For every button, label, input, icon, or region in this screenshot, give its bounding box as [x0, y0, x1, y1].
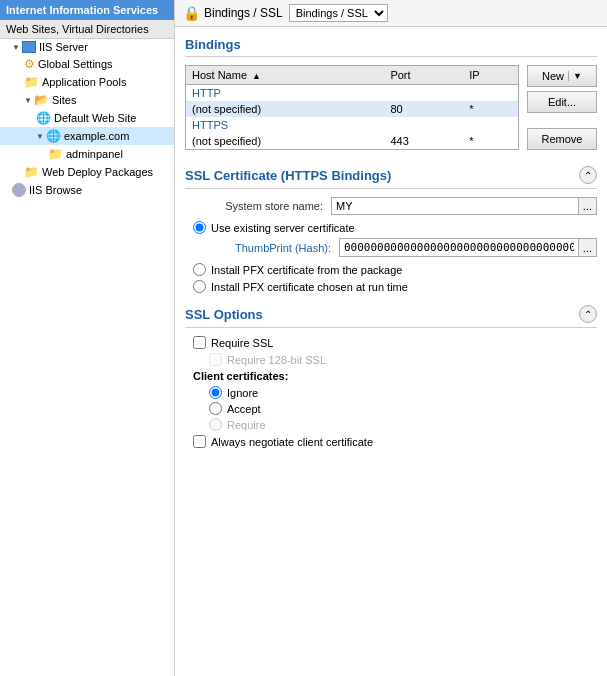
- sidebar-item-application-pools[interactable]: 📁 Application Pools: [0, 73, 174, 91]
- http-group-label: HTTP: [186, 85, 518, 102]
- https-ip: *: [463, 133, 518, 149]
- sidebar-item-label: adminpanel: [66, 148, 123, 160]
- main-panel: 🔒 Bindings / SSL Bindings / SSL Bindings…: [175, 0, 607, 676]
- folder-open-icon: 📂: [34, 93, 49, 107]
- sidebar-item-label: Default Web Site: [54, 112, 136, 124]
- sidebar-item-example-com[interactable]: ▼ 🌐 example.com: [0, 127, 174, 145]
- col-hostname: Host Name ▲: [186, 66, 384, 85]
- radio-install-pfx-package-input[interactable]: [193, 263, 206, 276]
- sidebar-item-web-deploy[interactable]: 📁 Web Deploy Packages: [0, 163, 174, 181]
- radio-ignore-label: Ignore: [227, 387, 258, 399]
- radio-require-label: Require: [227, 419, 266, 431]
- bindings-container: Host Name ▲ Port IP HTTP: [185, 65, 597, 150]
- radio-use-existing-input[interactable]: [193, 221, 206, 234]
- content-area: Bindings Host Name ▲ Port IP: [175, 27, 607, 676]
- thumbprint-row: ThumbPrint (Hash): ...: [193, 238, 597, 257]
- require-ssl-row[interactable]: Require SSL: [185, 336, 597, 349]
- require-128bit-row[interactable]: Require 128-bit SSL: [185, 353, 597, 366]
- expand-arrow: ▼: [12, 43, 20, 52]
- ssl-options-title: SSL Options: [185, 307, 263, 322]
- http-binding-row[interactable]: (not specified) 80 *: [186, 101, 518, 117]
- sidebar-item-label: Application Pools: [42, 76, 126, 88]
- globe-icon: [12, 183, 26, 197]
- sidebar: Internet Information Services Web Sites,…: [0, 0, 175, 676]
- ssl-options-section: SSL Options ⌃ Require SSL Require 128-bi…: [185, 305, 597, 448]
- sidebar-item-default-web-site[interactable]: 🌐 Default Web Site: [0, 109, 174, 127]
- http-host: (not specified): [186, 101, 384, 117]
- new-button-label: New: [542, 70, 564, 82]
- remove-button[interactable]: Remove: [527, 128, 597, 150]
- require-ssl-checkbox[interactable]: [193, 336, 206, 349]
- ssl-options-header[interactable]: SSL Options ⌃: [185, 305, 597, 328]
- dropdown-arrow: ▼: [568, 71, 582, 81]
- radio-install-pfx-runtime-input[interactable]: [193, 280, 206, 293]
- bindings-section-title: Bindings: [185, 37, 597, 57]
- collapse-button[interactable]: ⌃: [579, 166, 597, 184]
- thumbprint-browse-btn[interactable]: ...: [579, 238, 597, 257]
- sidebar-item-label: Web Deploy Packages: [42, 166, 153, 178]
- bindings-section: Bindings Host Name ▲ Port IP: [185, 37, 597, 150]
- system-store-input-group: ...: [331, 197, 597, 215]
- https-group-label: HTTPS: [186, 117, 518, 133]
- sort-arrow: ▲: [252, 71, 261, 81]
- require-128bit-checkbox[interactable]: [209, 353, 222, 366]
- ssl-options-collapse-btn[interactable]: ⌃: [579, 305, 597, 323]
- folder-icon: 📁: [24, 75, 39, 89]
- always-negotiate-label: Always negotiate client certificate: [211, 436, 373, 448]
- sidebar-subtitle: Web Sites, Virtual Directories: [0, 20, 174, 39]
- lock-icon: 🔒: [183, 5, 200, 21]
- system-store-browse-btn[interactable]: ...: [579, 197, 597, 215]
- sidebar-item-sites[interactable]: ▼ 📂 Sites: [0, 91, 174, 109]
- edit-button[interactable]: Edit...: [527, 91, 597, 113]
- https-group-row[interactable]: HTTPS: [186, 117, 518, 133]
- radio-install-pfx-runtime-label: Install PFX certificate chosen at run ti…: [211, 281, 408, 293]
- system-store-row: System store name: ...: [185, 197, 597, 215]
- bindings-buttons: New ▼ Edit... Remove: [527, 65, 597, 150]
- radio-require-input[interactable]: [209, 418, 222, 431]
- ssl-cert-header[interactable]: SSL Certificate (HTTPS Bindings) ⌃: [185, 166, 597, 189]
- radio-use-existing[interactable]: Use existing server certificate: [193, 221, 597, 234]
- ssl-certificate-section: SSL Certificate (HTTPS Bindings) ⌃ Syste…: [185, 166, 597, 293]
- sidebar-item-iis-browse[interactable]: IIS Browse: [0, 181, 174, 199]
- system-store-label: System store name:: [193, 200, 323, 212]
- radio-accept[interactable]: Accept: [185, 402, 597, 415]
- sidebar-item-label: Global Settings: [38, 58, 113, 70]
- require-128bit-label: Require 128-bit SSL: [227, 354, 326, 366]
- ssl-cert-radio-group: Use existing server certificate ThumbPri…: [185, 221, 597, 293]
- system-store-input[interactable]: [331, 197, 579, 215]
- radio-accept-label: Accept: [227, 403, 261, 415]
- radio-install-pfx-runtime[interactable]: Install PFX certificate chosen at run ti…: [193, 280, 597, 293]
- col-port: Port: [384, 66, 463, 85]
- radio-install-pfx-package[interactable]: Install PFX certificate from the package: [193, 263, 597, 276]
- thumbprint-input[interactable]: [339, 238, 579, 257]
- sidebar-item-label: IIS Server: [39, 41, 88, 53]
- sidebar-item-label: example.com: [64, 130, 129, 142]
- radio-ignore-input[interactable]: [209, 386, 222, 399]
- http-port: 80: [384, 101, 463, 117]
- http-ip: *: [463, 101, 518, 117]
- sidebar-item-label: IIS Browse: [29, 184, 82, 196]
- expand-arrow: ▼: [36, 132, 44, 141]
- always-negotiate-row[interactable]: Always negotiate client certificate: [185, 435, 597, 448]
- bindings-table: Host Name ▲ Port IP HTTP: [186, 66, 518, 149]
- sidebar-item-label: Sites: [52, 94, 76, 106]
- breadcrumb-dropdown[interactable]: Bindings / SSL: [289, 4, 388, 22]
- site-icon: 🌐: [46, 129, 61, 143]
- ssl-cert-title: SSL Certificate (HTTPS Bindings): [185, 168, 391, 183]
- thumbprint-label: ThumbPrint (Hash):: [201, 242, 331, 254]
- radio-accept-input[interactable]: [209, 402, 222, 415]
- http-group-row[interactable]: HTTP: [186, 85, 518, 102]
- new-button[interactable]: New ▼: [527, 65, 597, 87]
- radio-ignore[interactable]: Ignore: [185, 386, 597, 399]
- https-binding-row[interactable]: (not specified) 443 *: [186, 133, 518, 149]
- https-host: (not specified): [186, 133, 384, 149]
- gear-icon: ⚙: [24, 57, 35, 71]
- radio-require[interactable]: Require: [185, 418, 597, 431]
- breadcrumb: Bindings / SSL: [204, 6, 283, 20]
- sidebar-item-adminpanel[interactable]: 📁 adminpanel: [0, 145, 174, 163]
- bindings-table-wrapper: Host Name ▲ Port IP HTTP: [185, 65, 519, 150]
- sidebar-item-iis-server[interactable]: ▼ IIS Server: [0, 39, 174, 55]
- always-negotiate-checkbox[interactable]: [193, 435, 206, 448]
- sidebar-item-global-settings[interactable]: ⚙ Global Settings: [0, 55, 174, 73]
- server-icon: [22, 41, 36, 53]
